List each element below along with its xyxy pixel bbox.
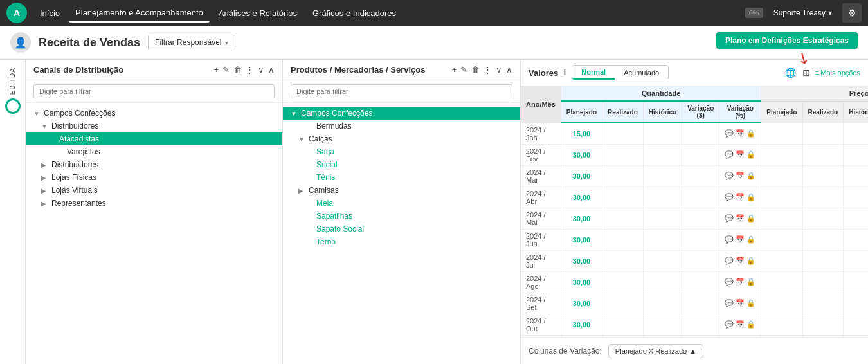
user-menu-button[interactable]: Suporte Treasy ▾	[768, 6, 837, 20]
produtos-edit-icon[interactable]: ✎	[460, 65, 467, 75]
calendar-icon[interactable]: 📅	[736, 320, 745, 329]
calendar-icon[interactable]: 📅	[736, 129, 745, 138]
tab-normal[interactable]: Normal	[572, 66, 615, 80]
cell-planejado-preco[interactable]	[761, 314, 802, 335]
cell-realizado-qty[interactable]	[602, 144, 644, 165]
cell-planejado-qty[interactable]: 30,00	[561, 144, 602, 165]
cell-realizado-qty[interactable]	[602, 271, 644, 293]
calendar-icon[interactable]: 📅	[736, 214, 745, 223]
comment-icon[interactable]: 💬	[725, 278, 734, 286]
produtos-tree-item[interactable]: Meia	[283, 197, 520, 210]
cell-historico-preco[interactable]	[844, 229, 868, 250]
canais-tree-item[interactable]: ▼ Distribuidores	[26, 120, 282, 132]
cell-historico-qty[interactable]	[643, 144, 682, 165]
nav-graficos[interactable]: Gráficos e Indicadores	[306, 5, 402, 22]
lock-icon[interactable]: 🔒	[746, 193, 755, 201]
calendar-icon[interactable]: 📅	[736, 278, 745, 286]
more-options-button[interactable]: ≡ Mais opções	[815, 69, 860, 77]
produtos-tree-item[interactable]: ▶ Camisas	[283, 184, 520, 197]
cell-realizado-preco[interactable]	[802, 250, 844, 271]
cell-realizado-qty[interactable]	[602, 208, 644, 229]
cell-planejado-qty[interactable]: 30,00	[561, 208, 602, 229]
cell-historico-preco[interactable]	[844, 314, 868, 335]
cell-historico-preco[interactable]	[844, 165, 868, 187]
canais-tree-item[interactable]: ▶ Lojas Virtuais	[26, 184, 282, 197]
comment-icon[interactable]: 💬	[725, 129, 734, 138]
cell-planejado-qty[interactable]: 15,00	[561, 123, 602, 144]
cell-planejado-preco[interactable]	[761, 123, 802, 144]
cell-historico-qty[interactable]	[643, 187, 682, 208]
produtos-up-icon[interactable]: ∧	[506, 65, 512, 75]
cell-planejado-qty[interactable]: 30,00	[561, 271, 602, 293]
lock-icon[interactable]: 🔒	[746, 172, 755, 180]
calendar-icon[interactable]: 📅	[736, 150, 745, 159]
cell-planejado-preco[interactable]	[761, 208, 802, 229]
cell-planejado-qty[interactable]: 30,00	[561, 187, 602, 208]
lock-icon[interactable]: 🔒	[746, 299, 755, 307]
produtos-tree-item[interactable]: ▼ Calças	[283, 132, 520, 145]
comment-icon[interactable]: 💬	[725, 214, 734, 223]
nav-planejamento[interactable]: Planejamento e Acompanhamento	[69, 4, 210, 23]
cell-realizado-qty[interactable]	[602, 229, 644, 250]
cell-realizado-preco[interactable]	[802, 314, 844, 335]
settings-button[interactable]: ⚙	[842, 3, 862, 23]
cell-planejado-preco[interactable]	[761, 229, 802, 250]
produtos-tree-item[interactable]: Sapatilhas	[283, 210, 520, 223]
canais-down-icon[interactable]: ∨	[258, 65, 264, 75]
filter-responsavel-button[interactable]: Filtrar Responsável ▾	[148, 35, 235, 50]
nav-analises[interactable]: Análises e Relatórios	[212, 5, 303, 22]
canais-tree-item[interactable]: ▶ Representantes	[26, 197, 282, 210]
lock-icon[interactable]: 🔒	[746, 257, 755, 265]
comment-icon[interactable]: 💬	[725, 193, 734, 201]
calendar-icon[interactable]: 📅	[736, 172, 745, 180]
cell-historico-qty[interactable]	[643, 229, 682, 250]
info-icon[interactable]: ℹ	[563, 68, 566, 77]
cell-historico-preco[interactable]	[844, 271, 868, 293]
canais-filter-input[interactable]	[33, 84, 275, 98]
produtos-tree-item-campos[interactable]: ▼ Campos Confecções	[283, 107, 520, 120]
lock-icon[interactable]: 🔒	[746, 150, 755, 159]
canais-more-icon[interactable]: ⋮	[246, 65, 254, 75]
produtos-tree-item[interactable]: Sarja	[283, 145, 520, 158]
produtos-delete-icon[interactable]: 🗑	[471, 65, 480, 75]
col-variacao-select[interactable]: Planejado X Realizado ▲	[608, 344, 703, 358]
produtos-tree-item[interactable]: Terno	[283, 235, 520, 248]
cell-planejado-preco[interactable]	[761, 293, 802, 314]
plano-estrategico-button[interactable]: Plano em Definições Estratégicas	[716, 32, 858, 49]
cell-historico-qty[interactable]	[643, 293, 682, 314]
cell-planejado-preco[interactable]	[761, 144, 802, 165]
cell-historico-qty[interactable]	[643, 314, 682, 335]
cell-realizado-preco[interactable]	[802, 144, 844, 165]
canais-edit-icon[interactable]: ✎	[222, 65, 230, 75]
comment-icon[interactable]: 💬	[725, 150, 734, 159]
produtos-tree-item[interactable]: Social	[283, 158, 520, 171]
cell-planejado-preco[interactable]	[761, 165, 802, 187]
comment-icon[interactable]: 💬	[725, 320, 734, 329]
cell-realizado-qty[interactable]	[602, 165, 644, 187]
calendar-icon[interactable]: 📅	[736, 235, 745, 244]
cell-planejado-preco[interactable]	[761, 271, 802, 293]
comment-icon[interactable]: 💬	[725, 257, 734, 265]
cell-historico-qty[interactable]	[643, 123, 682, 144]
globe-icon[interactable]: 🌐	[784, 66, 797, 79]
cell-historico-preco[interactable]	[844, 293, 868, 314]
produtos-tree-item[interactable]: Bermudas	[283, 120, 520, 132]
nav-inicio[interactable]: Início	[33, 5, 66, 22]
cell-historico-preco[interactable]	[844, 123, 868, 144]
canais-tree-item[interactable]: ▶ Lojas Físicas	[26, 171, 282, 184]
cell-planejado-preco[interactable]	[761, 187, 802, 208]
cell-realizado-preco[interactable]	[802, 208, 844, 229]
cell-historico-preco[interactable]	[844, 208, 868, 229]
lock-icon[interactable]: 🔒	[746, 278, 755, 286]
lock-icon[interactable]: 🔒	[746, 235, 755, 244]
canais-add-icon[interactable]: +	[213, 65, 219, 75]
comment-icon[interactable]: 💬	[725, 172, 734, 180]
canais-tree-item[interactable]: ▶ Distribuidores	[26, 158, 282, 171]
cell-planejado-qty[interactable]: 30,00	[561, 229, 602, 250]
cell-planejado-qty[interactable]: 30,00	[561, 293, 602, 314]
produtos-filter-input[interactable]	[291, 84, 512, 98]
lock-icon[interactable]: 🔒	[746, 214, 755, 223]
cell-realizado-preco[interactable]	[802, 187, 844, 208]
calendar-icon[interactable]: 📅	[736, 257, 745, 265]
comment-icon[interactable]: 💬	[725, 235, 734, 244]
